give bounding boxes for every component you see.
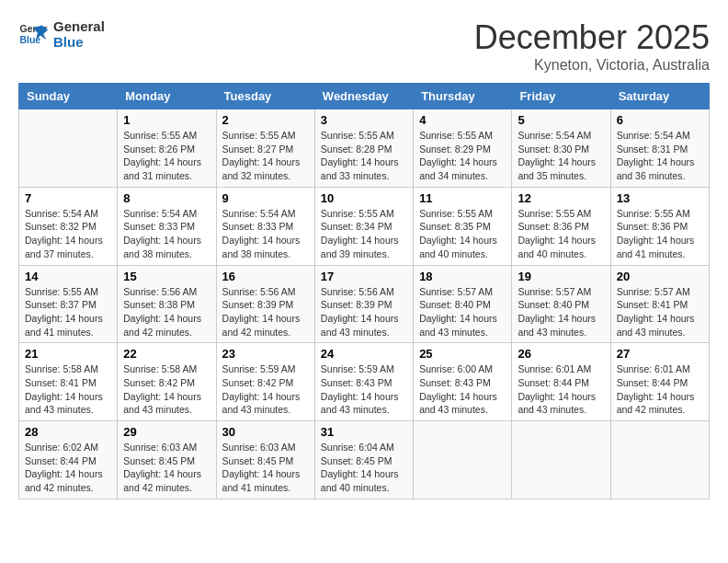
weekday-header: Wednesday [314, 84, 413, 109]
calendar-day-cell: 22Sunrise: 5:58 AM Sunset: 8:42 PM Dayli… [118, 343, 216, 421]
day-info: Sunrise: 5:54 AM Sunset: 8:30 PM Dayligh… [518, 130, 596, 181]
day-number: 9 [222, 191, 309, 205]
day-info: Sunrise: 5:56 AM Sunset: 8:38 PM Dayligh… [123, 286, 201, 338]
day-number: 7 [25, 191, 111, 205]
day-number: 1 [123, 113, 210, 127]
calendar-day-cell: 17Sunrise: 5:56 AM Sunset: 8:39 PM Dayli… [314, 265, 413, 343]
day-info: Sunrise: 5:55 AM Sunset: 8:34 PM Dayligh… [321, 208, 399, 259]
day-number: 31 [321, 425, 407, 439]
calendar-week-row: 14Sunrise: 5:55 AM Sunset: 8:37 PM Dayli… [19, 265, 710, 343]
day-info: Sunrise: 6:03 AM Sunset: 8:45 PM Dayligh… [222, 442, 301, 493]
logo-general: General [53, 18, 105, 34]
calendar-day-cell [414, 421, 512, 500]
calendar-day-cell: 7Sunrise: 5:54 AM Sunset: 8:32 PM Daylig… [19, 187, 118, 265]
calendar-day-cell: 5Sunrise: 5:54 AM Sunset: 8:30 PM Daylig… [512, 109, 610, 188]
weekday-header: Saturday [610, 84, 709, 109]
day-number: 23 [222, 347, 309, 361]
calendar-day-cell: 11Sunrise: 5:55 AM Sunset: 8:35 PM Dayli… [414, 187, 512, 265]
calendar-day-cell: 27Sunrise: 6:01 AM Sunset: 8:44 PM Dayli… [610, 343, 709, 421]
day-info: Sunrise: 6:01 AM Sunset: 8:44 PM Dayligh… [617, 363, 695, 415]
day-info: Sunrise: 6:04 AM Sunset: 8:45 PM Dayligh… [321, 442, 399, 493]
day-number: 20 [617, 270, 703, 283]
calendar-day-cell: 30Sunrise: 6:03 AM Sunset: 8:45 PM Dayli… [216, 421, 314, 500]
calendar-day-cell: 28Sunrise: 6:02 AM Sunset: 8:44 PM Dayli… [19, 421, 118, 500]
day-info: Sunrise: 5:56 AM Sunset: 8:39 PM Dayligh… [321, 286, 399, 338]
calendar-body: 1Sunrise: 5:55 AM Sunset: 8:26 PM Daylig… [19, 109, 710, 500]
calendar-day-cell: 29Sunrise: 6:03 AM Sunset: 8:45 PM Dayli… [118, 421, 216, 500]
calendar-week-row: 21Sunrise: 5:58 AM Sunset: 8:41 PM Dayli… [19, 343, 710, 421]
weekday-header: Friday [512, 84, 610, 109]
calendar-day-cell: 13Sunrise: 5:55 AM Sunset: 8:36 PM Dayli… [610, 187, 709, 265]
calendar-day-cell [610, 421, 709, 500]
day-info: Sunrise: 5:54 AM Sunset: 8:31 PM Dayligh… [617, 130, 695, 181]
day-info: Sunrise: 5:55 AM Sunset: 8:36 PM Dayligh… [518, 208, 596, 259]
day-number: 17 [321, 270, 407, 283]
day-number: 29 [123, 425, 210, 439]
day-number: 22 [123, 347, 210, 361]
day-number: 3 [321, 113, 407, 127]
day-number: 30 [222, 425, 309, 439]
weekday-header-row: SundayMondayTuesdayWednesdayThursdayFrid… [19, 84, 710, 109]
weekday-header: Thursday [414, 84, 512, 109]
day-number: 21 [25, 347, 111, 361]
day-number: 12 [518, 191, 604, 205]
day-number: 8 [123, 191, 210, 205]
day-info: Sunrise: 5:55 AM Sunset: 8:29 PM Dayligh… [419, 130, 497, 181]
day-info: Sunrise: 5:58 AM Sunset: 8:41 PM Dayligh… [25, 363, 103, 415]
day-info: Sunrise: 5:56 AM Sunset: 8:39 PM Dayligh… [222, 286, 301, 338]
calendar-header: SundayMondayTuesdayWednesdayThursdayFrid… [19, 84, 710, 109]
calendar-day-cell: 6Sunrise: 5:54 AM Sunset: 8:31 PM Daylig… [610, 109, 709, 188]
logo: General Blue General Blue [18, 18, 105, 50]
calendar-day-cell [19, 109, 118, 188]
day-number: 13 [617, 191, 703, 205]
calendar-day-cell: 10Sunrise: 5:55 AM Sunset: 8:34 PM Dayli… [314, 187, 413, 265]
day-number: 4 [419, 113, 506, 127]
day-number: 24 [321, 347, 407, 361]
calendar-day-cell: 23Sunrise: 5:59 AM Sunset: 8:42 PM Dayli… [216, 343, 314, 421]
calendar-day-cell: 25Sunrise: 6:00 AM Sunset: 8:43 PM Dayli… [414, 343, 512, 421]
location-subtitle: Kyneton, Victoria, Australia [474, 57, 710, 74]
day-info: Sunrise: 5:55 AM Sunset: 8:28 PM Dayligh… [321, 130, 399, 181]
calendar-day-cell: 24Sunrise: 5:59 AM Sunset: 8:43 PM Dayli… [314, 343, 413, 421]
day-info: Sunrise: 5:57 AM Sunset: 8:40 PM Dayligh… [518, 286, 596, 338]
page-header: General Blue General Blue December 2025 … [18, 18, 710, 74]
day-info: Sunrise: 6:01 AM Sunset: 8:44 PM Dayligh… [518, 363, 596, 415]
calendar-day-cell: 16Sunrise: 5:56 AM Sunset: 8:39 PM Dayli… [216, 265, 314, 343]
day-number: 27 [617, 347, 703, 361]
day-number: 11 [419, 191, 506, 205]
day-info: Sunrise: 5:58 AM Sunset: 8:42 PM Dayligh… [123, 363, 201, 415]
day-info: Sunrise: 5:59 AM Sunset: 8:43 PM Dayligh… [321, 363, 399, 415]
day-number: 5 [518, 113, 604, 127]
day-info: Sunrise: 5:55 AM Sunset: 8:37 PM Dayligh… [25, 286, 103, 338]
day-info: Sunrise: 5:54 AM Sunset: 8:33 PM Dayligh… [123, 208, 201, 259]
calendar-day-cell: 19Sunrise: 5:57 AM Sunset: 8:40 PM Dayli… [512, 265, 610, 343]
calendar-day-cell: 9Sunrise: 5:54 AM Sunset: 8:33 PM Daylig… [216, 187, 314, 265]
calendar-day-cell [512, 421, 610, 500]
day-info: Sunrise: 5:55 AM Sunset: 8:27 PM Dayligh… [222, 130, 301, 181]
day-number: 16 [222, 270, 309, 283]
day-info: Sunrise: 5:55 AM Sunset: 8:36 PM Dayligh… [617, 208, 695, 259]
day-number: 2 [222, 113, 309, 127]
weekday-header: Tuesday [216, 84, 314, 109]
day-number: 14 [25, 270, 111, 283]
day-info: Sunrise: 6:03 AM Sunset: 8:45 PM Dayligh… [123, 442, 201, 493]
calendar-week-row: 28Sunrise: 6:02 AM Sunset: 8:44 PM Dayli… [19, 421, 710, 500]
calendar-day-cell: 20Sunrise: 5:57 AM Sunset: 8:41 PM Dayli… [610, 265, 709, 343]
day-number: 19 [518, 270, 604, 283]
calendar-day-cell: 1Sunrise: 5:55 AM Sunset: 8:26 PM Daylig… [118, 109, 216, 188]
day-number: 25 [419, 347, 506, 361]
day-info: Sunrise: 5:54 AM Sunset: 8:33 PM Dayligh… [222, 208, 301, 259]
calendar-week-row: 7Sunrise: 5:54 AM Sunset: 8:32 PM Daylig… [19, 187, 710, 265]
logo-icon: General Blue [18, 19, 48, 49]
logo-blue: Blue [53, 34, 105, 50]
calendar-day-cell: 8Sunrise: 5:54 AM Sunset: 8:33 PM Daylig… [118, 187, 216, 265]
calendar-table: SundayMondayTuesdayWednesdayThursdayFrid… [18, 83, 710, 500]
month-title: December 2025 [474, 18, 710, 57]
calendar-day-cell: 21Sunrise: 5:58 AM Sunset: 8:41 PM Dayli… [19, 343, 118, 421]
day-info: Sunrise: 5:57 AM Sunset: 8:40 PM Dayligh… [419, 286, 497, 338]
day-info: Sunrise: 6:02 AM Sunset: 8:44 PM Dayligh… [25, 442, 103, 493]
calendar-day-cell: 4Sunrise: 5:55 AM Sunset: 8:29 PM Daylig… [414, 109, 512, 188]
day-info: Sunrise: 5:54 AM Sunset: 8:32 PM Dayligh… [25, 208, 103, 259]
calendar-week-row: 1Sunrise: 5:55 AM Sunset: 8:26 PM Daylig… [19, 109, 710, 188]
day-number: 15 [123, 270, 210, 283]
